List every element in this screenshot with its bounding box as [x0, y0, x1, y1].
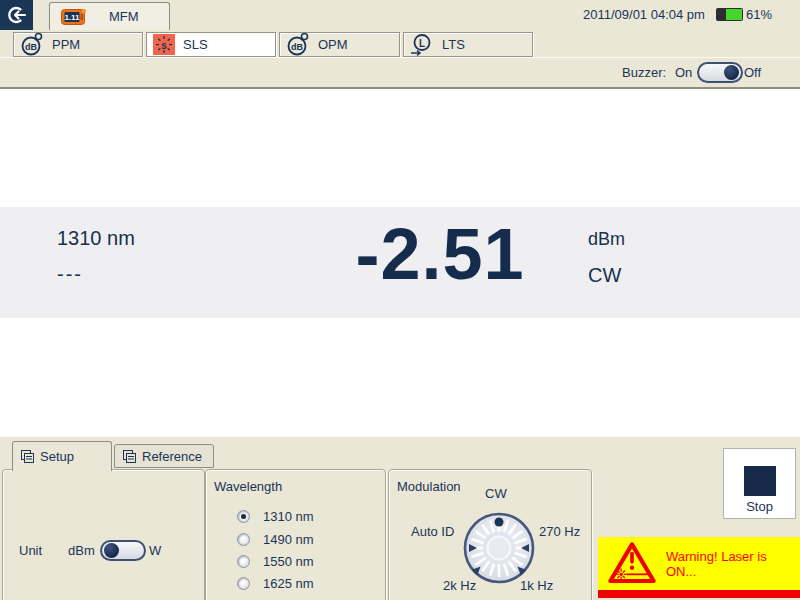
power-meter-icon: 1.11	[61, 8, 87, 26]
tab-label: Setup	[40, 449, 74, 464]
buzzer-row: Buzzer: On Off	[0, 58, 800, 89]
modulation-option-270hz: 270 Hz	[539, 524, 580, 539]
svg-text:dB: dB	[291, 42, 303, 52]
mode-button-label: PPM	[52, 37, 80, 52]
mode-button-label: SLS	[183, 37, 208, 52]
buzzer-label: Buzzer:	[622, 65, 666, 80]
laser-warning-banner: Warning! Laser is ON...	[598, 537, 800, 590]
db-meter-icon: dB	[19, 32, 45, 57]
battery-percent: 61%	[746, 7, 772, 22]
stop-icon	[744, 466, 776, 496]
wavelength-title: Wavelength	[214, 479, 282, 494]
wavelength-option-1550[interactable]: 1550 nm	[237, 553, 314, 569]
warning-red-strip	[598, 590, 800, 598]
page-icon	[123, 450, 136, 463]
stop-button-label: Stop	[746, 499, 773, 514]
wavelength-option-1490[interactable]: 1490 nm	[237, 531, 314, 547]
exit-icon	[7, 5, 27, 25]
radio-icon[interactable]	[237, 510, 250, 523]
knob-position-dot	[495, 518, 504, 527]
radio-label: 1490 nm	[263, 532, 314, 547]
title-bar: 1.11 MFM 2011/09/01 04:04 pm 61%	[0, 0, 800, 30]
buzzer-on-label: On	[675, 65, 692, 80]
radio-icon[interactable]	[237, 577, 250, 590]
svg-text:L: L	[419, 38, 425, 49]
mode-button-lts[interactable]: L LTS	[403, 32, 533, 57]
display-unit: dBm	[588, 229, 625, 250]
page-icon	[21, 450, 34, 463]
datetime-label: 2011/09/01 04:04 pm	[583, 7, 705, 22]
tab-reference[interactable]: Reference	[114, 444, 214, 468]
modulation-knob[interactable]	[459, 508, 539, 588]
laser-source-icon: s	[152, 33, 176, 56]
unit-w-label: W	[149, 543, 161, 558]
radio-label: 1310 nm	[263, 509, 314, 524]
radio-label: 1625 nm	[263, 576, 314, 591]
tab-mfm[interactable]: 1.11 MFM	[49, 2, 170, 30]
wavelength-option-1625[interactable]: 1625 nm	[237, 575, 314, 591]
app-tab-label: MFM	[109, 9, 139, 24]
mode-button-label: OPM	[318, 37, 348, 52]
mode-button-opm[interactable]: dB OPM	[279, 32, 400, 57]
wavelength-option-1310[interactable]: 1310 nm	[237, 508, 314, 524]
battery-icon	[716, 8, 743, 21]
unit-dbm-label: dBm	[68, 543, 95, 558]
display-power-value: -2.51	[290, 217, 590, 293]
radio-label: 1550 nm	[263, 554, 314, 569]
mode-button-bar: dB PPM s SLS	[0, 30, 800, 58]
modulation-option-autoid: Auto ID	[411, 524, 454, 539]
radio-icon[interactable]	[237, 555, 250, 568]
radio-icon[interactable]	[237, 533, 250, 546]
mode-button-ppm[interactable]: dB PPM	[13, 32, 143, 57]
db-meter-icon: dB	[285, 32, 311, 57]
loss-test-icon: L	[409, 32, 435, 57]
stop-button[interactable]: Stop	[723, 448, 796, 519]
mode-button-label: LTS	[442, 37, 465, 52]
unit-group: Unit dBm W	[2, 469, 205, 600]
display-wavelength: 1310 nm	[57, 227, 135, 250]
unit-label: Unit	[19, 543, 42, 558]
svg-text:s: s	[161, 40, 167, 51]
unit-toggle[interactable]	[100, 540, 146, 561]
modulation-title: Modulation	[397, 479, 461, 494]
laser-warning-text: Warning! Laser is ON...	[666, 549, 800, 579]
exit-button[interactable]	[0, 0, 33, 30]
display-modulation: CW	[588, 264, 621, 287]
display-secondary-value: ---	[57, 263, 83, 286]
modulation-group: Modulation CW Auto ID 270 Hz 2k Hz 1k Hz	[388, 469, 592, 600]
wavelength-group: Wavelength 1310 nm 1490 nm 1550 nm 1625 …	[205, 469, 386, 600]
setup-panel: Setup Reference Unit dBm W Wavelength	[0, 436, 800, 600]
laser-warning-icon	[607, 540, 657, 587]
tab-label: Reference	[142, 449, 202, 464]
tab-setup[interactable]: Setup	[12, 441, 112, 471]
measurement-display: 1310 nm --- -2.51 dBm CW	[0, 207, 800, 318]
svg-text:1.11: 1.11	[64, 13, 80, 22]
mode-button-sls[interactable]: s SLS	[146, 32, 276, 57]
svg-text:dB: dB	[25, 42, 37, 52]
buzzer-toggle[interactable]	[697, 62, 743, 83]
modulation-option-cw: CW	[485, 486, 507, 501]
device-screen: 1.11 MFM 2011/09/01 04:04 pm 61% dB PPM	[0, 0, 800, 600]
buzzer-off-label: Off	[744, 65, 761, 80]
